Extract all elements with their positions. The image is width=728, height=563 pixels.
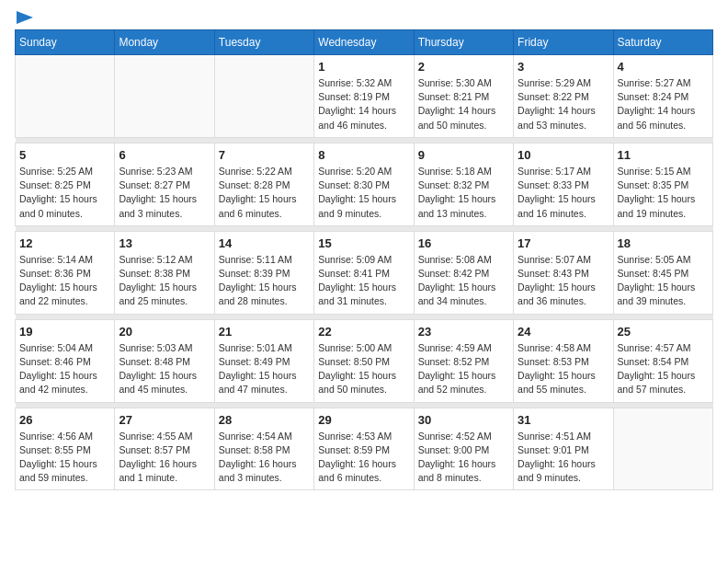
- header-tuesday: Tuesday: [214, 30, 313, 55]
- day-info: Sunrise: 4:58 AMSunset: 8:53 PMDaylight:…: [518, 341, 609, 397]
- day-info: Sunrise: 4:52 AMSunset: 9:00 PMDaylight:…: [418, 430, 509, 486]
- day-info: Sunrise: 5:15 AMSunset: 8:35 PMDaylight:…: [618, 165, 709, 221]
- calendar-cell: 26Sunrise: 4:56 AMSunset: 8:55 PMDayligh…: [16, 408, 115, 490]
- day-info: Sunrise: 5:08 AMSunset: 8:42 PMDaylight:…: [418, 253, 509, 309]
- day-number: 19: [19, 325, 110, 339]
- calendar-table: SundayMondayTuesdayWednesdayThursdayFrid…: [15, 29, 713, 490]
- day-info: Sunrise: 5:25 AMSunset: 8:25 PMDaylight:…: [19, 165, 110, 221]
- calendar-cell: 14Sunrise: 5:11 AMSunset: 8:39 PMDayligh…: [214, 231, 313, 314]
- day-number: 29: [318, 413, 409, 427]
- calendar-cell: [613, 408, 712, 490]
- calendar-cell: 24Sunrise: 4:58 AMSunset: 8:53 PMDayligh…: [514, 319, 613, 402]
- day-number: 22: [318, 325, 409, 339]
- day-number: 26: [19, 413, 110, 427]
- logo-flag-icon: [17, 11, 33, 24]
- day-info: Sunrise: 4:56 AMSunset: 8:55 PMDaylight:…: [19, 430, 110, 486]
- day-info: Sunrise: 5:18 AMSunset: 8:32 PMDaylight:…: [418, 165, 509, 221]
- week-row-1: 1Sunrise: 5:32 AMSunset: 8:19 PMDaylight…: [16, 55, 713, 138]
- day-number: 2: [418, 60, 509, 74]
- day-info: Sunrise: 5:17 AMSunset: 8:33 PMDaylight:…: [518, 165, 609, 221]
- calendar-cell: 11Sunrise: 5:15 AMSunset: 8:35 PMDayligh…: [613, 143, 712, 225]
- day-number: 16: [418, 236, 509, 250]
- calendar-cell: 17Sunrise: 5:07 AMSunset: 8:43 PMDayligh…: [514, 231, 613, 314]
- week-row-4: 19Sunrise: 5:04 AMSunset: 8:46 PMDayligh…: [16, 319, 713, 402]
- day-number: 30: [418, 413, 509, 427]
- day-info: Sunrise: 4:55 AMSunset: 8:57 PMDaylight:…: [119, 430, 210, 486]
- calendar-cell: 12Sunrise: 5:14 AMSunset: 8:36 PMDayligh…: [16, 231, 115, 314]
- day-info: Sunrise: 5:23 AMSunset: 8:27 PMDaylight:…: [119, 165, 210, 221]
- calendar-cell: 28Sunrise: 4:54 AMSunset: 8:58 PMDayligh…: [214, 408, 313, 490]
- day-info: Sunrise: 5:12 AMSunset: 8:38 PMDaylight:…: [119, 253, 210, 309]
- calendar-cell: 18Sunrise: 5:05 AMSunset: 8:45 PMDayligh…: [613, 231, 712, 314]
- week-row-5: 26Sunrise: 4:56 AMSunset: 8:55 PMDayligh…: [16, 408, 713, 490]
- calendar-cell: [214, 55, 313, 138]
- day-info: Sunrise: 4:53 AMSunset: 8:59 PMDaylight:…: [318, 430, 409, 486]
- day-info: Sunrise: 5:27 AMSunset: 8:24 PMDaylight:…: [618, 76, 709, 132]
- calendar-cell: 8Sunrise: 5:20 AMSunset: 8:30 PMDaylight…: [314, 143, 414, 225]
- header-thursday: Thursday: [414, 30, 513, 55]
- day-number: 27: [119, 413, 210, 427]
- calendar-cell: 7Sunrise: 5:22 AMSunset: 8:28 PMDaylight…: [214, 143, 313, 225]
- day-info: Sunrise: 5:01 AMSunset: 8:49 PMDaylight:…: [219, 341, 310, 397]
- header-saturday: Saturday: [613, 30, 712, 55]
- calendar-cell: 23Sunrise: 4:59 AMSunset: 8:52 PMDayligh…: [414, 319, 513, 402]
- week-row-2: 5Sunrise: 5:25 AMSunset: 8:25 PMDaylight…: [16, 143, 713, 225]
- calendar-cell: 30Sunrise: 4:52 AMSunset: 9:00 PMDayligh…: [414, 408, 513, 490]
- day-number: 6: [119, 148, 210, 162]
- day-info: Sunrise: 5:03 AMSunset: 8:48 PMDaylight:…: [119, 341, 210, 397]
- calendar-cell: 1Sunrise: 5:32 AMSunset: 8:19 PMDaylight…: [314, 55, 414, 138]
- day-number: 9: [418, 148, 509, 162]
- calendar-cell: 25Sunrise: 4:57 AMSunset: 8:54 PMDayligh…: [613, 319, 712, 402]
- day-number: 1: [318, 60, 409, 74]
- day-info: Sunrise: 4:51 AMSunset: 9:01 PMDaylight:…: [518, 430, 609, 486]
- day-number: 28: [219, 413, 310, 427]
- header-sunday: Sunday: [16, 30, 115, 55]
- day-info: Sunrise: 5:30 AMSunset: 8:21 PMDaylight:…: [418, 76, 509, 132]
- day-number: 23: [418, 325, 509, 339]
- calendar-cell: 2Sunrise: 5:30 AMSunset: 8:21 PMDaylight…: [414, 55, 513, 138]
- day-info: Sunrise: 5:09 AMSunset: 8:41 PMDaylight:…: [318, 253, 409, 309]
- day-number: 12: [19, 236, 110, 250]
- logo: [15, 15, 33, 24]
- day-number: 17: [518, 236, 609, 250]
- day-number: 24: [518, 325, 609, 339]
- header-monday: Monday: [115, 30, 214, 55]
- week-row-3: 12Sunrise: 5:14 AMSunset: 8:36 PMDayligh…: [16, 231, 713, 314]
- day-info: Sunrise: 5:11 AMSunset: 8:39 PMDaylight:…: [219, 253, 310, 309]
- day-info: Sunrise: 5:22 AMSunset: 8:28 PMDaylight:…: [219, 165, 310, 221]
- day-info: Sunrise: 5:07 AMSunset: 8:43 PMDaylight:…: [518, 253, 609, 309]
- day-number: 8: [318, 148, 409, 162]
- day-number: 14: [219, 236, 310, 250]
- day-info: Sunrise: 5:32 AMSunset: 8:19 PMDaylight:…: [318, 76, 409, 132]
- day-number: 25: [618, 325, 709, 339]
- calendar-cell: 19Sunrise: 5:04 AMSunset: 8:46 PMDayligh…: [16, 319, 115, 402]
- day-number: 4: [618, 60, 709, 74]
- calendar-cell: 13Sunrise: 5:12 AMSunset: 8:38 PMDayligh…: [115, 231, 214, 314]
- day-number: 31: [518, 413, 609, 427]
- day-info: Sunrise: 4:59 AMSunset: 8:52 PMDaylight:…: [418, 341, 509, 397]
- day-number: 15: [318, 236, 409, 250]
- calendar-cell: 5Sunrise: 5:25 AMSunset: 8:25 PMDaylight…: [16, 143, 115, 225]
- day-number: 21: [219, 325, 310, 339]
- calendar-cell: 21Sunrise: 5:01 AMSunset: 8:49 PMDayligh…: [214, 319, 313, 402]
- calendar-cell: 16Sunrise: 5:08 AMSunset: 8:42 PMDayligh…: [414, 231, 513, 314]
- day-info: Sunrise: 5:14 AMSunset: 8:36 PMDaylight:…: [19, 253, 110, 309]
- calendar-cell: 15Sunrise: 5:09 AMSunset: 8:41 PMDayligh…: [314, 231, 414, 314]
- weekday-header-row: SundayMondayTuesdayWednesdayThursdayFrid…: [16, 30, 713, 55]
- calendar-cell: 6Sunrise: 5:23 AMSunset: 8:27 PMDaylight…: [115, 143, 214, 225]
- calendar-cell: 9Sunrise: 5:18 AMSunset: 8:32 PMDaylight…: [414, 143, 513, 225]
- day-number: 10: [518, 148, 609, 162]
- day-info: Sunrise: 5:00 AMSunset: 8:50 PMDaylight:…: [318, 341, 409, 397]
- calendar-cell: 31Sunrise: 4:51 AMSunset: 9:01 PMDayligh…: [514, 408, 613, 490]
- day-info: Sunrise: 5:05 AMSunset: 8:45 PMDaylight:…: [618, 253, 709, 309]
- day-number: 11: [618, 148, 709, 162]
- calendar-cell: 3Sunrise: 5:29 AMSunset: 8:22 PMDaylight…: [514, 55, 613, 138]
- day-info: Sunrise: 4:57 AMSunset: 8:54 PMDaylight:…: [618, 341, 709, 397]
- calendar-cell: 20Sunrise: 5:03 AMSunset: 8:48 PMDayligh…: [115, 319, 214, 402]
- day-info: Sunrise: 5:29 AMSunset: 8:22 PMDaylight:…: [518, 76, 609, 132]
- day-number: 20: [119, 325, 210, 339]
- day-number: 18: [618, 236, 709, 250]
- calendar-cell: 10Sunrise: 5:17 AMSunset: 8:33 PMDayligh…: [514, 143, 613, 225]
- day-number: 5: [19, 148, 110, 162]
- header-friday: Friday: [514, 30, 613, 55]
